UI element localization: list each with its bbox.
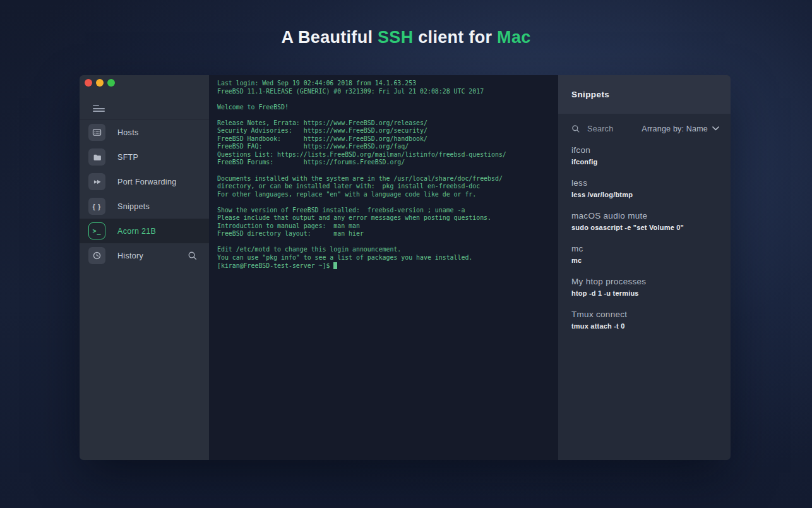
snippet-name: mc — [571, 243, 719, 254]
terminal-line: FreeBSD directory layout: man hier — [217, 230, 554, 238]
arrange-by-label: Arrange by: Name — [642, 124, 708, 133]
zoom-window-button[interactable] — [107, 79, 115, 87]
terminal-line — [217, 238, 554, 246]
page-title-mac: Mac — [497, 28, 530, 47]
page-title-part1: A Beautiful — [281, 28, 378, 47]
snippet-item[interactable]: mc mc — [571, 243, 719, 265]
terminal-line: Questions List: https://lists.FreeBSD.or… — [217, 151, 554, 159]
search-icon — [571, 124, 580, 133]
snippet-command: ifconfig — [571, 157, 719, 167]
terminal-line: Edit /etc/motd to change this login anno… — [217, 246, 554, 254]
terminal-prompt-line: [kiran@FreeBSD-test-server ~]$ — [217, 262, 554, 270]
terminal-prompt: [kiran@FreeBSD-test-server ~]$ — [217, 262, 333, 269]
terminal-line — [217, 167, 554, 175]
snippet-item[interactable]: Tmux connect tmux attach -t 0 — [571, 309, 719, 331]
terminal-icon: >_ — [88, 222, 105, 239]
page: A Beautiful SSH client for Mac — [0, 0, 812, 508]
snippet-name: macOS audio mute — [571, 210, 719, 221]
terminal-line: FreeBSD 11.1-RELEASE (GENERIC) #0 r32130… — [217, 88, 554, 96]
terminal-line: directory, or can be installed later wit… — [217, 183, 554, 191]
folder-icon — [88, 148, 105, 166]
history-search-icon[interactable] — [188, 251, 198, 261]
window-controls — [85, 79, 115, 87]
terminal-line: Security Advisories: https://www.FreeBSD… — [217, 127, 554, 135]
snippets-toolbar: Search Arrange by: Name — [558, 119, 731, 138]
terminal-cursor — [333, 262, 337, 269]
terminal-line: You can use "pkg info" to see a list of … — [217, 254, 554, 262]
terminal-line: Please include that output and any error… — [217, 214, 554, 222]
terminal-line: For other languages, replace "en" with a… — [217, 191, 554, 199]
terminal-line — [217, 198, 554, 207]
snippets-panel-title: Snippets — [571, 90, 609, 99]
page-title: A Beautiful SSH client for Mac — [0, 28, 812, 47]
terminal-line: Welcome to FreeBSD! — [217, 104, 554, 112]
snippet-name: less — [571, 178, 719, 188]
sidebar-item-label: Snippets — [117, 202, 150, 211]
sidebar-item-label: SFTP — [117, 153, 138, 162]
sidebar-item-snippets[interactable]: { } Snippets — [80, 194, 209, 219]
snippet-item[interactable]: ifcon ifconfig — [571, 145, 719, 167]
snippet-command: sudo osascript -e "set Volume 0" — [571, 223, 719, 233]
hosts-icon — [88, 124, 105, 141]
sidebar-item-port-forwarding[interactable]: Port Forwarding — [80, 169, 209, 194]
braces-icon: { } — [88, 198, 105, 215]
terminal-line: Release Notes, Errata: https://www.FreeB… — [217, 119, 554, 128]
snippet-name: ifcon — [571, 145, 719, 155]
sidebar-item-sftp[interactable]: SFTP — [80, 145, 209, 169]
sidebar: Hosts SFTP — [80, 75, 209, 460]
search-placeholder: Search — [587, 124, 613, 133]
snippet-item[interactable]: My htop processes htop -d 1 -u termius — [571, 276, 719, 298]
sidebar-item-label: History — [117, 251, 143, 260]
sidebar-item-label: Acorn 21B — [117, 227, 156, 236]
forward-arrows-icon — [88, 173, 105, 190]
snippets-search-input[interactable]: Search — [571, 124, 613, 133]
minimize-window-button[interactable] — [96, 79, 104, 87]
snippet-list: ifcon ifconfig less less /var/log/btmp m… — [558, 138, 731, 342]
sidebar-item-hosts[interactable]: Hosts — [80, 120, 209, 145]
snippet-command: mc — [571, 256, 719, 265]
snippet-name: My htop processes — [571, 276, 719, 287]
terminal-line: FreeBSD Forums: https://forums.FreeBSD.o… — [217, 159, 554, 167]
sidebar-item-history[interactable]: History — [80, 243, 209, 268]
snippet-item[interactable]: less less /var/log/btmp — [571, 178, 719, 200]
sidebar-item-acorn-21b[interactable]: >_ Acorn 21B — [80, 219, 209, 243]
snippet-command: less /var/log/btmp — [571, 190, 719, 200]
terminal-line: Show the version of FreeBSD installed: f… — [217, 207, 554, 215]
terminal-pane[interactable]: Last login: Wed Sep 19 02:44:06 2018 fro… — [209, 75, 558, 460]
snippet-item[interactable]: macOS audio mute sudo osascript -e "set … — [571, 210, 719, 233]
terminal-line: Last login: Wed Sep 19 02:44:06 2018 fro… — [217, 80, 554, 88]
terminal-line — [217, 111, 554, 119]
page-title-ssh: SSH — [378, 28, 413, 47]
snippets-panel: Snippets Search Arrange by: Name — [558, 75, 731, 460]
app-window: Hosts SFTP — [80, 75, 731, 460]
history-clock-icon — [88, 247, 105, 264]
arrange-by-dropdown[interactable]: Arrange by: Name — [642, 124, 719, 133]
terminal-line: Documents installed with the system are … — [217, 175, 554, 183]
close-window-button[interactable] — [85, 79, 92, 87]
terminal-line — [217, 95, 554, 104]
sidebar-item-label: Port Forwarding — [117, 178, 176, 186]
sidebar-nav: Hosts SFTP — [80, 120, 209, 268]
terminal-line: Introduction to manual pages: man man — [217, 222, 554, 231]
menu-icon[interactable] — [93, 105, 105, 112]
chevron-down-icon — [712, 126, 719, 131]
snippets-panel-header: Snippets — [558, 75, 731, 114]
terminal-line: FreeBSD Handbook: https://www.FreeBSD.or… — [217, 135, 554, 143]
terminal-line: FreeBSD FAQ: https://www.FreeBSD.org/faq… — [217, 143, 554, 151]
snippet-name: Tmux connect — [571, 309, 719, 320]
sidebar-item-label: Hosts — [117, 128, 138, 137]
snippet-command: htop -d 1 -u termius — [571, 289, 719, 298]
snippet-command: tmux attach -t 0 — [571, 322, 719, 331]
page-title-part2: client for — [413, 28, 497, 47]
